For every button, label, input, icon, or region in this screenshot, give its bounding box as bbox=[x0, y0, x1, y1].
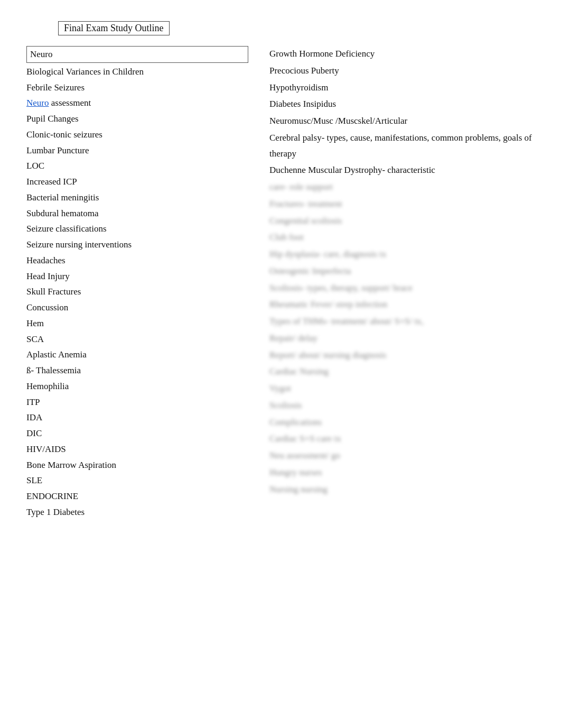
list-item: Headaches bbox=[26, 253, 248, 269]
list-item: IDA bbox=[26, 410, 248, 426]
right-list-item: Hungry nurses bbox=[269, 465, 535, 481]
right-list-item: Fractures- treatment bbox=[269, 196, 535, 212]
left-column: NeuroBiological Variances in ChildrenFeb… bbox=[26, 46, 248, 520]
right-column: Growth Hormone DeficiencyPrecocious Pube… bbox=[269, 46, 535, 498]
right-list-item: Complications bbox=[269, 414, 535, 430]
right-list-item: Cardiac Nursing bbox=[269, 364, 535, 380]
right-list-item: Congenital scoliosis bbox=[269, 213, 535, 229]
list-item: Type 1 Diabetes bbox=[26, 504, 248, 520]
list-item: Hemophilia bbox=[26, 379, 248, 394]
list-item: Seizure classifications bbox=[26, 221, 248, 237]
neuro-link-text[interactable]: Neuro bbox=[26, 98, 49, 108]
right-list-item: Club foot bbox=[269, 229, 535, 245]
list-item: HIV/AIDS bbox=[26, 441, 248, 457]
right-list-item: Nursing nursing bbox=[269, 482, 535, 497]
page-title: Final Exam Study Outline bbox=[58, 21, 170, 35]
list-item: ENDOCRINE bbox=[26, 489, 248, 504]
list-item: Hem bbox=[26, 316, 248, 331]
list-item: Aplastic Anemia bbox=[26, 347, 248, 363]
right-list-item: Repair/ delay bbox=[269, 330, 535, 346]
list-item: SCA bbox=[26, 331, 248, 347]
right-list-item: Scoliosis bbox=[269, 398, 535, 413]
list-item: Clonic-tonic seizures bbox=[26, 127, 248, 143]
right-list-item: Neu assessment/ go bbox=[269, 448, 535, 464]
right-list-item: Hypothyroidism bbox=[269, 80, 535, 96]
list-item: Subdural hematoma bbox=[26, 206, 248, 222]
list-item: LOC bbox=[26, 158, 248, 174]
list-item: Increased ICP bbox=[26, 174, 248, 190]
content-columns: NeuroBiological Variances in ChildrenFeb… bbox=[26, 46, 535, 520]
list-item: Lumbar Puncture bbox=[26, 143, 248, 159]
list-item: SLE bbox=[26, 473, 248, 489]
right-list-item: care- role support bbox=[269, 179, 535, 195]
list-item: Concussion bbox=[26, 300, 248, 316]
right-list-item: Scoliosis- types, therapy, support/ brac… bbox=[269, 280, 535, 296]
list-item: DIC bbox=[26, 426, 248, 441]
list-item: Febrile Seizures bbox=[26, 80, 248, 96]
list-item: Head Injury bbox=[26, 269, 248, 284]
list-item: Biological Variances in Children bbox=[26, 64, 248, 80]
right-list-item: Report/ about/ nursing diagnosis bbox=[269, 347, 535, 363]
right-list-item: Rheumatic Fever/ strep infection bbox=[269, 297, 535, 312]
list-item: Seizure nursing interventions bbox=[26, 237, 248, 253]
list-item: Bone Marrow Aspiration bbox=[26, 457, 248, 473]
page-wrapper: Final Exam Study Outline NeuroBiological… bbox=[26, 21, 535, 520]
list-item: Bacterial meningitis bbox=[26, 190, 248, 206]
right-list-item: Vygot bbox=[269, 381, 535, 397]
list-item: ß- Thalessemia bbox=[26, 363, 248, 379]
right-list-item: Diabetes Insipidus bbox=[269, 96, 535, 112]
right-list-item: Cerebral palsy- types, cause, manifestat… bbox=[269, 130, 535, 162]
list-item: Pupil Changes bbox=[26, 111, 248, 127]
right-list-item: Cardiac S+S care tx bbox=[269, 431, 535, 447]
right-list-item: Duchenne Muscular Dystrophy- characteris… bbox=[269, 162, 535, 178]
list-item: Skull Fractures bbox=[26, 284, 248, 300]
list-item: Neuro bbox=[26, 46, 248, 63]
list-item: ITP bbox=[26, 394, 248, 410]
right-list-item: Osteogenic Imperfecta bbox=[269, 263, 535, 279]
right-list-item: Precocious Puberty bbox=[269, 63, 535, 79]
right-list-item: Neuromusc/Musc /Muscskel/Articular bbox=[269, 113, 535, 129]
list-item: Neuro assessment bbox=[26, 95, 248, 111]
right-list-item: Types of THMs- treatment/ about/ S+S/ tx… bbox=[269, 314, 535, 329]
right-list-item: Hip dysplasia- care, diagnosis tx bbox=[269, 246, 535, 262]
right-list-item: Growth Hormone Deficiency bbox=[269, 46, 535, 62]
